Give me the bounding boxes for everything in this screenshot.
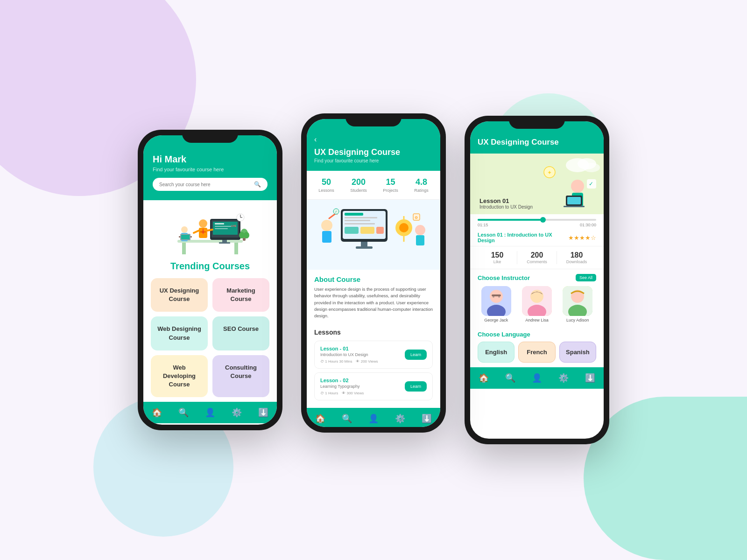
nav-download-2[interactable]: ⬇️: [422, 413, 432, 424]
stat-ratings-label: Ratings: [414, 188, 429, 193]
nav-download-3[interactable]: ⬇️: [585, 373, 595, 383]
trending-title: Trending Courses: [151, 261, 269, 272]
instructor-avatar-3: [563, 286, 592, 316]
course-card-ux[interactable]: UX Designing Course: [151, 278, 208, 312]
lesson-2-info: Lesson - 02 Learning Typography ⏱ 1 Hour…: [320, 378, 364, 395]
svg-text:✓: ✓: [589, 181, 593, 187]
nav-home-2[interactable]: 🏠: [315, 413, 325, 424]
svg-rect-11: [219, 242, 230, 244]
svg-rect-33: [345, 217, 377, 218]
svg-rect-1: [182, 243, 186, 254]
svg-rect-63: [564, 206, 585, 207]
svg-point-72: [493, 296, 494, 298]
svg-rect-15: [200, 231, 206, 232]
nav-settings-2[interactable]: ⚙️: [395, 413, 405, 424]
course-title: UX Designing Course: [314, 147, 433, 157]
course-detail-header: ‹ UX Designing Course Find your favourit…: [307, 119, 440, 171]
header-subtitle: Find your favourite course here: [153, 167, 268, 172]
nav-settings-1[interactable]: ⚙️: [232, 407, 242, 418]
phone-notch-2: [345, 113, 402, 126]
time-row: 01:15 01:30:00: [478, 223, 596, 227]
instructor-section: Choose Instructor See All: [470, 269, 604, 327]
svg-rect-2: [234, 243, 238, 254]
lesson-1-info: Lesson - 01 Introduction to UX Design ⏱ …: [320, 346, 378, 364]
lesson-title-row: Lesson 01 : Introduction to UX Design ★★…: [470, 229, 604, 246]
learn-btn-2[interactable]: Learn: [405, 381, 427, 392]
hero-illustration: LIVE: [163, 207, 257, 259]
eng-downloads: 180 Downloads: [557, 251, 596, 264]
eng-downloads-label: Downloads: [557, 259, 596, 264]
instructor-card-3[interactable]: Lucy Adison: [559, 286, 596, 322]
lang-card-spanish[interactable]: Spanish: [559, 342, 596, 363]
nav-search-1[interactable]: 🔍: [178, 407, 189, 418]
about-section: About Course User experience design is t…: [307, 270, 440, 325]
nav-user-1[interactable]: 👤: [205, 407, 215, 418]
instructor-card-1[interactable]: George Jack: [478, 286, 514, 322]
see-all-button[interactable]: See All: [576, 274, 596, 281]
instructor-2-svg: [522, 286, 552, 316]
svg-rect-38: [376, 227, 384, 234]
stars: ★★★★☆: [568, 234, 596, 241]
course-card-seo[interactable]: SEO Course: [212, 316, 269, 350]
about-title: About Course: [314, 275, 433, 283]
svg-line-16: [194, 231, 199, 233]
bottom-nav-1: 🏠 🔍 👤 ⚙️ ⬇️: [143, 402, 277, 423]
svg-text:⚙: ⚙: [415, 216, 418, 220]
svg-rect-32: [345, 213, 363, 216]
stat-projects: 15 Projects: [383, 177, 398, 193]
nav-search-3[interactable]: 🔍: [505, 373, 515, 383]
progress-track[interactable]: [478, 219, 596, 221]
course-card-web-dev[interactable]: Web Developing Course: [151, 355, 208, 398]
language-title: Choose Language: [478, 331, 596, 338]
phone-home: Hi Mark Find your favourite course here …: [138, 130, 282, 430]
stat-lessons: 50 Lessons: [318, 177, 334, 193]
instructor-header: Choose Instructor See All: [478, 274, 596, 281]
lessons-title: Lessons: [314, 329, 433, 336]
instructor-1-name: George Jack: [478, 318, 514, 322]
learn-btn-1[interactable]: Learn: [405, 350, 427, 360]
stat-ratings-num: 4.8: [414, 177, 429, 187]
course-card-marketing[interactable]: Marketing Course: [212, 278, 269, 312]
home-header: Hi Mark Find your favourite course here …: [143, 135, 277, 200]
eng-comments-num: 200: [517, 251, 557, 259]
instructor-1-svg: [481, 286, 511, 316]
instructor-2-name: Andrew Lisa: [518, 318, 555, 322]
nav-search-2[interactable]: 🔍: [342, 413, 352, 424]
video-thumbnail[interactable]: ✦ ✓ Lesson 01 Introduction to UX Design: [470, 154, 604, 214]
courses-grid: UX Designing Course Marketing Course Web…: [151, 278, 269, 397]
lang-card-english[interactable]: English: [478, 342, 514, 363]
stat-projects-label: Projects: [383, 188, 398, 193]
svg-rect-37: [360, 227, 374, 234]
svg-point-44: [399, 223, 409, 232]
nav-user-3[interactable]: 👤: [532, 373, 542, 383]
course-subtitle: Find your favourite course here: [314, 158, 433, 163]
phone-ux-course: UX Designing Course: [465, 116, 609, 444]
instructor-card-2[interactable]: Andrew Lisa: [518, 286, 555, 322]
instructor-3-svg: [563, 286, 592, 316]
svg-line-17: [207, 230, 212, 231]
stat-projects-num: 15: [383, 177, 398, 187]
eng-like-num: 150: [478, 251, 517, 259]
search-bar[interactable]: 🔍: [153, 178, 268, 191]
stat-ratings: 4.8 Ratings: [414, 177, 429, 193]
lang-card-french[interactable]: French: [518, 342, 555, 363]
nav-home-1[interactable]: 🏠: [152, 407, 162, 418]
instructor-avatar-1: [481, 286, 511, 316]
stats-row: 50 Lessons 200 Students 15 Projects 4.8 …: [307, 171, 440, 200]
phone-notch-1: [182, 130, 238, 143]
nav-settings-3[interactable]: ⚙️: [558, 373, 569, 383]
course-card-web-design[interactable]: Web Designing Course: [151, 316, 208, 350]
back-button[interactable]: ‹: [314, 135, 433, 144]
nav-download-1[interactable]: ⬇️: [258, 407, 268, 418]
instructor-title: Choose Instructor: [478, 274, 530, 281]
lesson-1-sub: Introduction to UX Design: [320, 352, 378, 357]
progress-dot[interactable]: [540, 217, 546, 223]
nav-user-2[interactable]: 👤: [368, 413, 379, 424]
svg-rect-46: [322, 231, 331, 243]
nav-home-3[interactable]: 🏠: [479, 373, 489, 383]
search-input[interactable]: [159, 182, 254, 187]
search-icon[interactable]: 🔍: [254, 181, 261, 188]
video-lesson-name: Lesson 01: [479, 197, 533, 204]
lesson-2-views: 👁 300 Views: [342, 391, 364, 395]
course-card-consulting[interactable]: Consulting Course: [212, 355, 269, 398]
